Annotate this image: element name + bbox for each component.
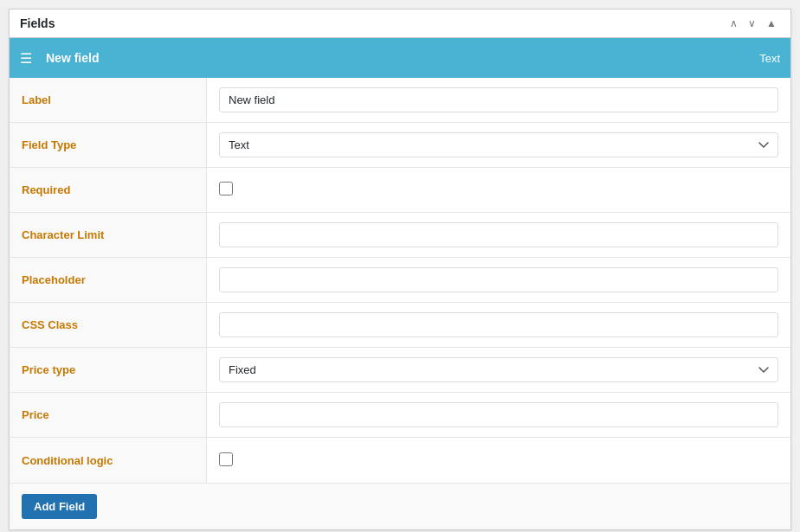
form-row-css-class: CSS Class	[10, 303, 790, 348]
panel-footer: Add Field	[10, 483, 790, 529]
panel-up-button[interactable]: ∧	[726, 16, 741, 30]
price-type-label: Price type	[10, 348, 207, 392]
css-class-input[interactable]	[219, 312, 778, 337]
price-type-control: Fixed Percentage	[207, 349, 790, 391]
header-field-name: New field	[46, 51, 759, 65]
required-checkbox[interactable]	[219, 182, 233, 195]
add-field-button[interactable]: Add Field	[22, 494, 97, 519]
price-control	[207, 394, 790, 436]
form-row-required: Required	[10, 168, 790, 213]
price-input[interactable]	[219, 402, 778, 427]
conditional-logic-checkbox[interactable]	[219, 452, 233, 466]
header-row: ☰ New field Text	[10, 38, 790, 78]
form-row-price-type: Price type Fixed Percentage	[10, 348, 790, 393]
label-field-label: Label	[10, 78, 207, 122]
character-limit-control	[207, 214, 790, 256]
form-row-label: Label	[10, 78, 790, 123]
placeholder-control	[207, 259, 790, 301]
panel-collapse-button[interactable]: ▲	[763, 16, 780, 30]
header-field-type: Text	[759, 52, 780, 65]
fields-panel: Fields ∧ ∨ ▲ ☰ New field Text Label Fiel…	[9, 9, 791, 530]
field-type-select[interactable]: Text Textarea Number Email URL Date Phon…	[219, 132, 778, 157]
form-row-character-limit: Character Limit	[10, 213, 790, 258]
label-field-control	[207, 79, 790, 121]
character-limit-label: Character Limit	[10, 213, 207, 257]
placeholder-label: Placeholder	[10, 258, 207, 302]
placeholder-input[interactable]	[219, 267, 778, 292]
css-class-label: CSS Class	[10, 303, 207, 347]
conditional-logic-control	[207, 444, 790, 478]
conditional-logic-label: Conditional logic	[10, 438, 207, 483]
form-body: Label Field Type Text Textarea Number Em…	[10, 78, 790, 483]
character-limit-input[interactable]	[219, 222, 778, 247]
required-control	[207, 173, 790, 207]
label-input[interactable]	[219, 87, 778, 112]
menu-icon[interactable]: ☰	[20, 50, 32, 67]
form-row-field-type: Field Type Text Textarea Number Email UR…	[10, 123, 790, 168]
panel-title-bar: Fields ∧ ∨ ▲	[10, 10, 790, 38]
form-row-placeholder: Placeholder	[10, 258, 790, 303]
field-type-control: Text Textarea Number Email URL Date Phon…	[207, 124, 790, 166]
panel-controls: ∧ ∨ ▲	[726, 16, 780, 30]
panel-title: Fields	[20, 16, 55, 30]
price-type-select[interactable]: Fixed Percentage	[219, 357, 778, 382]
price-label: Price	[10, 393, 207, 437]
required-label: Required	[10, 168, 207, 212]
panel-down-button[interactable]: ∨	[745, 16, 759, 30]
form-row-price: Price	[10, 393, 790, 438]
css-class-control	[207, 304, 790, 346]
form-row-conditional-logic: Conditional logic	[10, 438, 790, 483]
field-type-label: Field Type	[10, 123, 207, 167]
